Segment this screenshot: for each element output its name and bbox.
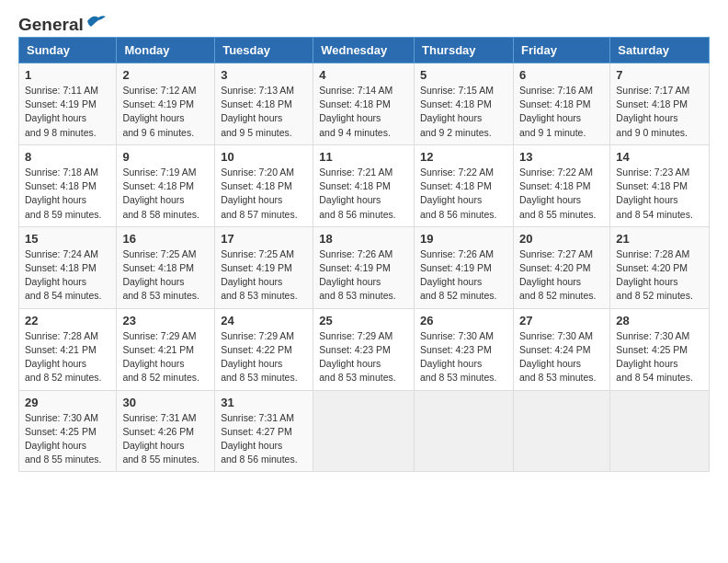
calendar-cell: 12 Sunrise: 7:22 AMSunset: 4:18 PMDaylig… [415,144,514,226]
day-number: 9 [122,150,209,164]
header-thursday: Thursday [415,38,514,63]
calendar-cell: 17 Sunrise: 7:25 AMSunset: 4:19 PMDaylig… [215,226,313,308]
day-info: Sunrise: 7:19 AMSunset: 4:18 PMDaylight … [122,167,199,220]
calendar-cell: 14 Sunrise: 7:23 AMSunset: 4:18 PMDaylig… [610,144,710,226]
calendar-cell: 22 Sunrise: 7:28 AMSunset: 4:21 PMDaylig… [19,308,117,390]
day-info: Sunrise: 7:30 AMSunset: 4:24 PMDaylight … [519,330,596,384]
day-number: 15 [25,232,110,246]
day-info: Sunrise: 7:29 AMSunset: 4:22 PMDaylight … [221,330,297,384]
day-number: 24 [221,314,307,327]
day-info: Sunrise: 7:30 AMSunset: 4:23 PMDaylight … [420,330,496,384]
day-info: Sunrise: 7:18 AMSunset: 4:18 PMDaylight … [25,167,101,220]
day-info: Sunrise: 7:29 AMSunset: 4:21 PMDaylight … [122,330,199,384]
logo-bird-icon [85,14,106,29]
week-row-1: 1 Sunrise: 7:11 AMSunset: 4:19 PMDayligh… [19,63,710,145]
day-info: Sunrise: 7:23 AMSunset: 4:18 PMDaylight … [616,167,692,220]
week-row-5: 29 Sunrise: 7:30 AMSunset: 4:25 PMDaylig… [19,390,710,472]
day-info: Sunrise: 7:30 AMSunset: 4:25 PMDaylight … [25,412,101,465]
calendar-cell: 23 Sunrise: 7:29 AMSunset: 4:21 PMDaylig… [117,308,215,390]
day-number: 16 [122,232,209,246]
day-number: 26 [420,314,507,327]
calendar-cell: 27 Sunrise: 7:30 AMSunset: 4:24 PMDaylig… [513,308,609,390]
day-info: Sunrise: 7:14 AMSunset: 4:18 PMDaylight … [319,85,392,138]
calendar-cell: 7 Sunrise: 7:17 AMSunset: 4:18 PMDayligh… [610,63,710,145]
header-wednesday: Wednesday [313,38,415,63]
calendar-cell [313,390,415,472]
calendar-cell: 9 Sunrise: 7:19 AMSunset: 4:18 PMDayligh… [117,144,215,226]
day-number: 29 [25,396,110,409]
day-info: Sunrise: 7:29 AMSunset: 4:23 PMDaylight … [319,330,395,384]
calendar-cell: 3 Sunrise: 7:13 AMSunset: 4:18 PMDayligh… [215,63,313,145]
day-info: Sunrise: 7:15 AMSunset: 4:18 PMDaylight … [420,85,494,138]
calendar-cell: 29 Sunrise: 7:30 AMSunset: 4:25 PMDaylig… [19,390,117,472]
calendar-body: 1 Sunrise: 7:11 AMSunset: 4:19 PMDayligh… [19,63,710,472]
calendar-cell: 11 Sunrise: 7:21 AMSunset: 4:18 PMDaylig… [313,144,415,226]
calendar-cell: 28 Sunrise: 7:30 AMSunset: 4:25 PMDaylig… [610,308,710,390]
header-saturday: Saturday [610,38,710,63]
calendar-cell: 31 Sunrise: 7:31 AMSunset: 4:27 PMDaylig… [215,390,313,472]
day-info: Sunrise: 7:30 AMSunset: 4:25 PMDaylight … [616,330,692,384]
day-number: 21 [616,232,703,246]
day-number: 14 [616,150,703,164]
day-number: 25 [319,314,408,327]
day-number: 28 [616,314,703,327]
day-info: Sunrise: 7:31 AMSunset: 4:26 PMDaylight … [122,412,199,465]
day-info: Sunrise: 7:22 AMSunset: 4:18 PMDaylight … [420,167,496,220]
header-friday: Friday [513,38,609,63]
calendar-cell: 10 Sunrise: 7:20 AMSunset: 4:18 PMDaylig… [215,144,313,226]
calendar-cell [610,390,710,472]
day-info: Sunrise: 7:11 AMSunset: 4:19 PMDaylight … [25,85,98,138]
day-number: 4 [319,68,408,82]
calendar-cell: 18 Sunrise: 7:26 AMSunset: 4:19 PMDaylig… [313,226,415,308]
day-info: Sunrise: 7:20 AMSunset: 4:18 PMDaylight … [221,167,297,220]
header-sunday: Sunday [19,38,117,63]
calendar-cell: 26 Sunrise: 7:30 AMSunset: 4:23 PMDaylig… [415,308,514,390]
calendar-table: SundayMondayTuesdayWednesdayThursdayFrid… [18,37,710,472]
calendar-cell: 1 Sunrise: 7:11 AMSunset: 4:19 PMDayligh… [19,63,117,145]
calendar-cell: 30 Sunrise: 7:31 AMSunset: 4:26 PMDaylig… [117,390,215,472]
day-number: 17 [221,232,307,246]
day-info: Sunrise: 7:24 AMSunset: 4:18 PMDaylight … [25,248,101,302]
day-number: 12 [420,150,507,164]
day-number: 7 [616,68,703,82]
day-number: 27 [519,314,604,327]
day-number: 1 [25,68,110,82]
day-info: Sunrise: 7:26 AMSunset: 4:19 PMDaylight … [420,248,496,302]
day-info: Sunrise: 7:28 AMSunset: 4:20 PMDaylight … [616,248,692,302]
calendar-cell: 16 Sunrise: 7:25 AMSunset: 4:18 PMDaylig… [117,226,215,308]
day-info: Sunrise: 7:26 AMSunset: 4:19 PMDaylight … [319,248,395,302]
calendar-cell: 2 Sunrise: 7:12 AMSunset: 4:19 PMDayligh… [117,63,215,145]
week-row-3: 15 Sunrise: 7:24 AMSunset: 4:18 PMDaylig… [19,226,710,308]
calendar-cell: 4 Sunrise: 7:14 AMSunset: 4:18 PMDayligh… [313,63,415,145]
header-tuesday: Tuesday [215,38,313,63]
calendar-cell: 24 Sunrise: 7:29 AMSunset: 4:22 PMDaylig… [215,308,313,390]
day-info: Sunrise: 7:27 AMSunset: 4:20 PMDaylight … [519,248,596,302]
calendar-cell: 13 Sunrise: 7:22 AMSunset: 4:18 PMDaylig… [513,144,609,226]
calendar-cell: 25 Sunrise: 7:29 AMSunset: 4:23 PMDaylig… [313,308,415,390]
day-number: 18 [319,232,408,246]
day-number: 5 [420,68,507,82]
day-info: Sunrise: 7:12 AMSunset: 4:19 PMDaylight … [122,85,196,138]
calendar-cell: 20 Sunrise: 7:27 AMSunset: 4:20 PMDaylig… [513,226,609,308]
calendar-cell [513,390,609,472]
day-number: 19 [420,232,507,246]
week-row-4: 22 Sunrise: 7:28 AMSunset: 4:21 PMDaylig… [19,308,710,390]
day-number: 30 [122,396,209,409]
day-number: 22 [25,314,110,327]
header-monday: Monday [117,38,215,63]
calendar-cell: 19 Sunrise: 7:26 AMSunset: 4:19 PMDaylig… [415,226,514,308]
day-info: Sunrise: 7:13 AMSunset: 4:18 PMDaylight … [221,85,294,138]
day-info: Sunrise: 7:25 AMSunset: 4:19 PMDaylight … [221,248,297,302]
calendar-cell: 15 Sunrise: 7:24 AMSunset: 4:18 PMDaylig… [19,226,117,308]
day-number: 2 [122,68,209,82]
day-number: 11 [319,150,408,164]
day-info: Sunrise: 7:28 AMSunset: 4:21 PMDaylight … [25,330,101,384]
calendar-cell: 6 Sunrise: 7:16 AMSunset: 4:18 PMDayligh… [513,63,609,145]
day-number: 3 [221,68,307,82]
day-info: Sunrise: 7:17 AMSunset: 4:18 PMDaylight … [616,85,689,138]
day-info: Sunrise: 7:25 AMSunset: 4:18 PMDaylight … [122,248,199,302]
page-header: General [18,15,710,29]
day-info: Sunrise: 7:21 AMSunset: 4:18 PMDaylight … [319,167,395,220]
week-row-2: 8 Sunrise: 7:18 AMSunset: 4:18 PMDayligh… [19,144,710,226]
day-number: 20 [519,232,604,246]
